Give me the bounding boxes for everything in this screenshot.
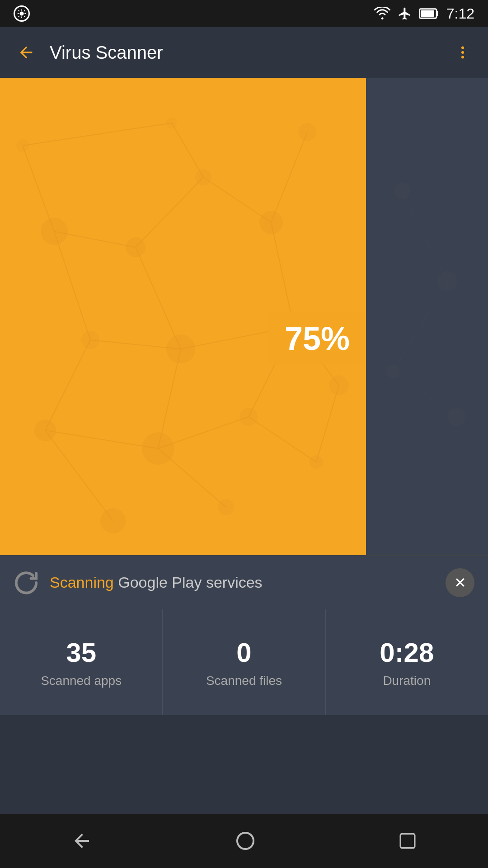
scanning-target: Google Play services	[118, 574, 262, 591]
percent-label: 75%	[268, 312, 366, 365]
network-pattern-dark	[366, 78, 488, 555]
svg-line-37	[45, 430, 113, 521]
stats-section: 35 Scanned apps 0 Scanned files 0:28 Dur…	[0, 609, 488, 715]
svg-line-27	[136, 247, 181, 349]
scanned-files-value: 0	[236, 637, 251, 668]
progress-empty	[366, 78, 488, 555]
airplane-icon	[398, 6, 412, 21]
svg-line-41	[172, 123, 203, 177]
scanned-apps-value: 35	[66, 637, 96, 668]
status-time: 7:12	[446, 5, 474, 22]
svg-line-49	[402, 191, 447, 281]
duration-value: 0:28	[380, 637, 434, 668]
svg-line-50	[393, 281, 447, 372]
status-bar-left	[14, 5, 30, 22]
svg-rect-2	[421, 10, 434, 17]
progress-fill: 75%	[0, 78, 366, 555]
svg-line-34	[45, 430, 158, 448]
svg-line-36	[249, 417, 316, 462]
status-bar-right: 7:12	[374, 5, 474, 22]
svg-line-26	[54, 231, 90, 340]
status-bar: 7:12	[0, 0, 488, 27]
svg-line-32	[158, 349, 181, 448]
svg-line-42	[271, 132, 307, 222]
scanning-bar: Scanning Google Play services ✕	[0, 555, 488, 609]
nav-bar	[0, 814, 488, 868]
svg-point-0	[19, 11, 23, 15]
scanning-prefix: Scanning	[50, 574, 118, 591]
scanned-apps-label: Scanned apps	[41, 674, 122, 688]
nav-recent-button[interactable]	[384, 824, 432, 858]
back-button[interactable]	[14, 40, 39, 65]
duration-label: Duration	[383, 674, 431, 688]
cancel-scan-button[interactable]: ✕	[446, 568, 474, 597]
wifi-icon	[374, 7, 390, 20]
svg-line-35	[158, 417, 249, 448]
stat-scanned-files: 0 Scanned files	[163, 609, 325, 715]
scanning-spinner-icon	[14, 570, 39, 595]
stat-duration: 0:28 Duration	[326, 609, 488, 715]
svg-point-4	[461, 51, 464, 54]
battery-icon	[419, 7, 439, 20]
svg-line-51	[393, 372, 456, 417]
cancel-icon: ✕	[454, 574, 466, 591]
app-bar: Virus Scanner	[0, 27, 488, 78]
scanned-files-label: Scanned files	[206, 674, 282, 688]
progress-section: 75%	[0, 78, 488, 555]
stat-scanned-apps: 35 Scanned apps	[0, 609, 163, 715]
scanning-text: Scanning Google Play services	[50, 574, 435, 591]
svg-line-23	[54, 231, 136, 247]
svg-line-25	[203, 177, 271, 222]
svg-point-52	[237, 833, 253, 849]
svg-point-5	[461, 56, 464, 59]
more-menu-button[interactable]	[451, 41, 474, 64]
svg-line-24	[136, 177, 203, 247]
svg-rect-53	[400, 834, 415, 848]
svg-line-31	[45, 340, 90, 430]
nav-home-button[interactable]	[220, 823, 271, 859]
svg-line-38	[158, 448, 226, 507]
svg-line-28	[271, 222, 294, 326]
svg-line-40	[23, 123, 172, 146]
svg-line-44	[316, 385, 339, 462]
app-title: Virus Scanner	[50, 42, 440, 63]
svg-line-39	[23, 146, 54, 231]
nav-back-button[interactable]	[56, 823, 107, 859]
svg-point-3	[461, 47, 464, 49]
app-status-icon	[14, 5, 30, 22]
